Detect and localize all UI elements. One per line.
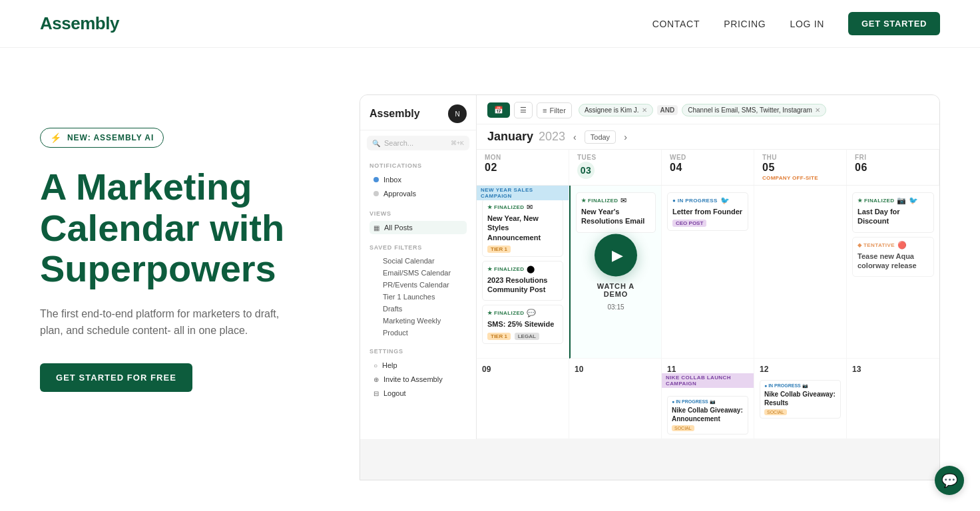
cal-cell2-09: 09 (477, 359, 569, 439)
post-card-3[interactable]: FINALIZED 💬 SMS: 25% Sitewide TIER 1 LEG… (482, 305, 563, 343)
post-card-tues-1[interactable]: FINALIZED ✉ New Year's Resolutions Email (576, 192, 656, 233)
help-icon: ○ (373, 362, 377, 369)
filter-chip-channel[interactable]: Channel is Email, SMS, Twitter, Instagra… (682, 104, 826, 116)
sidebar-pr-events-calendar[interactable]: PR/Events Calendar (369, 279, 467, 291)
post-status-1: FINALIZED (487, 204, 524, 210)
cal-week2: 09 10 11 NIKE COLLAB LAUNCH CAMPAIGN ● I… (477, 359, 939, 439)
post-channel-2: ⬤ (527, 265, 535, 273)
views-label: VIEWS (369, 210, 467, 217)
hero-description: The first end-to-end platform for market… (40, 305, 280, 339)
post-channel-1: ✉ (527, 203, 533, 212)
cal-toolbar: 📅 ☰ ≡ Filter (487, 102, 572, 118)
filter-button[interactable]: ≡ Filter (537, 102, 572, 118)
cal-view-calendar[interactable]: 📅 (487, 102, 510, 118)
sidebar-product[interactable]: Product (369, 327, 467, 339)
search-icon: 🔍 (372, 140, 380, 147)
cal-view-list[interactable]: ☰ (514, 102, 533, 118)
week2-num-12: 12 (760, 365, 768, 374)
sidebar-all-posts[interactable]: ▦ All Posts (369, 221, 467, 234)
day-num-wed: 04 (670, 162, 746, 174)
week2-num-11: 11 (667, 365, 676, 374)
filter-icon: ≡ (543, 106, 547, 114)
nav-login[interactable]: LOG IN (790, 19, 824, 29)
sidebar-approvals[interactable]: Approvals (369, 187, 467, 200)
play-icon: ▶ (612, 246, 623, 263)
sidebar-email-sms-calendar[interactable]: Email/SMS Calendar (369, 267, 467, 279)
day-header-mon: MON 02 (477, 150, 569, 185)
sidebar-logout[interactable]: ⊟ Logout (369, 387, 467, 400)
post-status-nike-2: ● IN PROGRESS 📷 (764, 383, 836, 389)
post-card-fri-1[interactable]: FINALIZED 📷 🐦 Last Day for Discount (852, 192, 934, 233)
avatar-initials: N (455, 110, 459, 118)
post-tag-tier1-3: TIER 1 (487, 333, 511, 340)
list-icon: ☰ (520, 106, 527, 114)
filter-chip-assignee[interactable]: Assignee is Kim J. ✕ (579, 104, 653, 116)
hero-section: ⚡ NEW: ASSEMBLY AI A Marketing Calendar … (0, 48, 980, 511)
sidebar: Assembly N 🔍 Search... ⌘+K NOTIFICATIONS… (360, 95, 477, 439)
post-title-fri-2: Tease new Aqua colorway release (858, 252, 929, 271)
demo-play-button[interactable]: ▶ (595, 234, 637, 276)
nav-links: CONTACT PRICING LOG IN GET STARTED (652, 12, 940, 35)
post-title-2: 2023 Resolutions Community Post (487, 275, 558, 295)
badge: ⚡ NEW: ASSEMBLY AI (40, 128, 164, 148)
post-card-wed-1[interactable]: IN PROGRESS 🐦 Letter from Founder CEO PO… (667, 192, 748, 231)
sidebar-social-calendar[interactable]: Social Calendar (369, 255, 467, 267)
post-channel-tues-1: ✉ (620, 196, 626, 205)
post-card-nike-1[interactable]: ● IN PROGRESS 📷 Nike Collab Giveaway: An… (667, 396, 748, 434)
post-status-nike-1: ● IN PROGRESS 📷 (672, 399, 744, 405)
post-card-2[interactable]: FINALIZED ⬤ 2023 Resolutions Community P… (482, 261, 563, 301)
sidebar-search[interactable]: 🔍 Search... ⌘+K (367, 136, 469, 150)
sidebar-help[interactable]: ○ Help (369, 359, 467, 372)
help-label: Help (382, 361, 397, 369)
chat-bubble[interactable]: 💬 (935, 466, 964, 495)
cal-month: January (487, 130, 533, 144)
day-name-tues: TUES (577, 154, 597, 161)
sidebar-invite[interactable]: ⊕ Invite to Assembly (369, 373, 467, 386)
sidebar-tier1-launches[interactable]: Tier 1 Launches (369, 291, 467, 303)
campaign-name: NEW YEAR SALES CAMPAIGN (481, 187, 533, 199)
post-card-3-meta: FINALIZED 💬 (487, 309, 558, 317)
day-header-thu: THU 05 COMPANY OFF-SITE (754, 150, 847, 185)
nike-tag-2: SOCIAL (764, 409, 787, 415)
cal-week1: NEW YEAR SALES CAMPAIGN FINALIZED ✉ New … (477, 186, 939, 359)
app-inner: Assembly N 🔍 Search... ⌘+K NOTIFICATIONS… (360, 95, 939, 439)
day-name-wed: WED (670, 154, 686, 161)
filter-assignee-close[interactable]: ✕ (642, 106, 647, 114)
sidebar-marketing-weekly[interactable]: Marketing Weekly (369, 315, 467, 327)
calendar-main: 📅 ☰ ≡ Filter Assignee is Kim J. (477, 95, 939, 439)
post-tag-legal-3: LEGAL (515, 333, 539, 340)
notifications-label: NOTIFICATIONS (369, 162, 467, 169)
sidebar-drafts[interactable]: Drafts (369, 303, 467, 315)
campaign-bar-newyear: NEW YEAR SALES CAMPAIGN (477, 186, 569, 200)
cal-cell2-13: 13 (847, 359, 939, 439)
nav-pricing[interactable]: PRICING (724, 19, 766, 29)
hero-cta-button[interactable]: GET STARTED FOR FREE (40, 363, 192, 392)
cal-next[interactable]: › (621, 130, 630, 144)
nav-logo[interactable]: Assembly (40, 13, 119, 34)
cal-prev[interactable]: ‹ (571, 130, 579, 144)
cal-header: 📅 ☰ ≡ Filter Assignee is Kim J. (477, 95, 939, 124)
sidebar-header: Assembly N (360, 95, 476, 130)
post-tag-tier1-1: TIER 1 (487, 246, 511, 253)
post-card-1[interactable]: FINALIZED ✉ New Year, New Styles Announc… (482, 199, 563, 257)
hero-title: A Marketing Calendar with Superpowers (40, 166, 320, 289)
cal-days-header: MON 02 TUES 03 WED 04 THU 05 COMPANY O (477, 150, 939, 186)
post-card-nike-2[interactable]: ● IN PROGRESS 📷 Nike Collab Giveaway: Re… (760, 380, 841, 419)
sidebar-inbox[interactable]: Inbox (369, 173, 467, 186)
nav-contact[interactable]: CONTACT (652, 19, 700, 29)
logout-label: Logout (383, 389, 406, 397)
post-card-fri-2-meta: TENTATIVE 🔴 (858, 241, 929, 250)
day-num-thu: 05 (762, 162, 838, 174)
post-title-nike-1: Nike Collab Giveaway: Announcement (672, 406, 744, 423)
cal-today[interactable]: Today (585, 130, 616, 144)
all-posts-icon: ▦ (373, 224, 379, 232)
nike-campaign-bar: NIKE COLLAB LAUNCH CAMPAIGN (662, 373, 754, 388)
invite-label: Invite to Assembly (383, 375, 443, 383)
demo-duration: 03:15 (607, 303, 624, 310)
post-title-wed-1: Letter from Founder (672, 207, 743, 216)
post-tag-ceo: CEO POST (672, 220, 706, 227)
day-num-mon: 02 (485, 162, 561, 174)
filter-channel-close[interactable]: ✕ (815, 106, 820, 114)
nav-get-started[interactable]: GET STARTED (848, 12, 940, 35)
post-card-fri-2[interactable]: TENTATIVE 🔴 Tease new Aqua colorway rele… (852, 237, 934, 277)
